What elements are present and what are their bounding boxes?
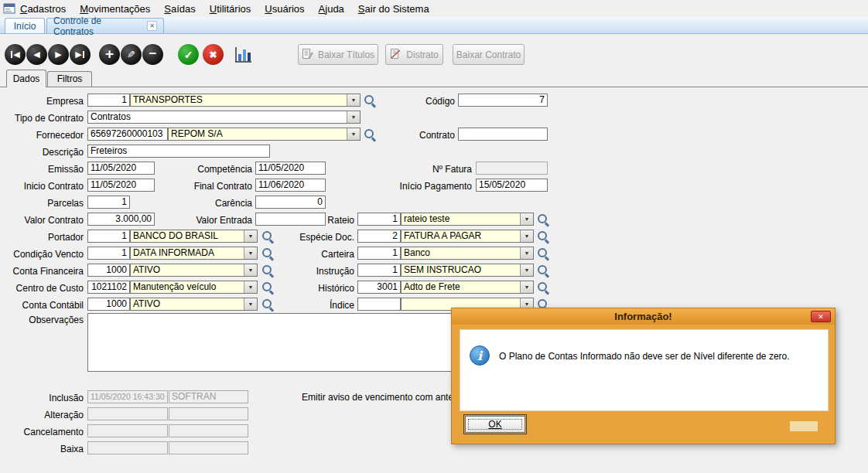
- empresa-dropdown-icon[interactable]: ▼: [347, 94, 360, 106]
- instrucao-search-icon[interactable]: [537, 264, 549, 277]
- centro-custo-combo[interactable]: Manutenção veículo ▼: [130, 281, 258, 294]
- distrato-icon: [390, 48, 402, 62]
- competencia-field[interactable]: 11/05/2020: [255, 162, 326, 175]
- tab-controle-label: Controle de Contratos: [53, 15, 142, 37]
- tab-strip: Início Controle de Contratos ✕: [0, 17, 868, 34]
- dialog-ok-button[interactable]: OK: [465, 416, 525, 433]
- fornecedor-code-field[interactable]: 65697260000103: [87, 128, 168, 141]
- distrato-button[interactable]: Distrato: [385, 44, 443, 65]
- final-contrato-field[interactable]: 11/06/2020: [255, 179, 326, 192]
- menu-movimentacoes[interactable]: Movimentações: [80, 3, 150, 15]
- confirm-button[interactable]: ✓: [178, 44, 199, 65]
- tipo-contrato-dropdown-icon[interactable]: ▼: [347, 111, 360, 123]
- especie-doc-combo[interactable]: FATURA A PAGAR ▼: [401, 230, 534, 243]
- condicao-vencto-code-field[interactable]: 1: [87, 247, 130, 260]
- historico-code-field[interactable]: 3001: [357, 281, 401, 294]
- portador-code-field[interactable]: 1: [87, 230, 130, 243]
- subtab-filtros[interactable]: Filtros: [47, 71, 92, 87]
- especie-doc-dropdown-icon[interactable]: ▼: [520, 230, 533, 242]
- fornecedor-value: REPOM S/A: [171, 128, 223, 139]
- conta-financeira-combo[interactable]: ATIVO ▼: [130, 264, 258, 277]
- chart-button[interactable]: [232, 44, 254, 66]
- tab-inicio[interactable]: Início: [5, 18, 45, 33]
- cancel-button[interactable]: ✖: [203, 44, 224, 65]
- dialog-close-button[interactable]: ✕: [811, 311, 831, 322]
- portador-combo[interactable]: BANCO DO BRASIL ▼: [130, 230, 258, 243]
- rateio-dropdown-icon[interactable]: ▼: [520, 213, 533, 225]
- carencia-field[interactable]: 0: [255, 196, 326, 209]
- conta-contabil-combo[interactable]: ATIVO ▼: [130, 298, 258, 311]
- carteira-code-field[interactable]: 1: [357, 247, 401, 260]
- fornecedor-dropdown-icon[interactable]: ▼: [347, 128, 360, 140]
- valor-contrato-label: Valor Contrato: [0, 214, 84, 226]
- especie-doc-code-field[interactable]: 2: [357, 230, 401, 243]
- conta-contabil-code-field[interactable]: 1000: [87, 298, 130, 311]
- tab-controle-de-contratos[interactable]: Controle de Contratos ✕: [46, 18, 164, 33]
- close-tab-icon[interactable]: ✕: [147, 21, 157, 31]
- rateio-code-field[interactable]: 1: [357, 213, 401, 226]
- nav-prev-button[interactable]: ◀: [26, 44, 47, 65]
- parcelas-field[interactable]: 1: [87, 196, 130, 209]
- conta-contabil-dropdown-icon[interactable]: ▼: [244, 298, 257, 310]
- indice-code-field[interactable]: [357, 298, 401, 311]
- instrucao-code-field[interactable]: 1: [357, 264, 401, 277]
- menu-cadastros[interactable]: Cadastros: [20, 3, 66, 15]
- centro-custo-code-field[interactable]: 1021102: [87, 281, 130, 294]
- inicio-pagamento-field[interactable]: 15/05/2020: [476, 179, 548, 192]
- carteira-search-icon[interactable]: [537, 247, 549, 260]
- contrato-field[interactable]: [458, 128, 548, 141]
- dialog-titlebar[interactable]: Informação! ✕: [452, 308, 835, 325]
- nav-last-button[interactable]: ▶: [70, 44, 91, 65]
- carteira-combo[interactable]: Banco ▼: [401, 247, 534, 260]
- centro-custo-dropdown-icon[interactable]: ▼: [244, 281, 257, 293]
- nav-next-button[interactable]: ▶: [48, 44, 69, 65]
- baixar-contrato-button[interactable]: Baixar Contrato: [453, 44, 525, 65]
- condicao-vencto-value: DATA INFORMADA: [133, 247, 214, 258]
- menu-utilitarios[interactable]: Utilitários: [210, 3, 251, 15]
- conta-financeira-dropdown-icon[interactable]: ▼: [244, 264, 257, 276]
- historico-dropdown-icon[interactable]: ▼: [520, 281, 533, 293]
- menu-sair-do-sistema[interactable]: Sair do Sistema: [358, 3, 429, 15]
- alteracao-datetime-field: [87, 407, 168, 420]
- emissao-field[interactable]: 11/05/2020: [87, 162, 155, 175]
- historico-combo[interactable]: Adto de Frete ▼: [401, 281, 534, 294]
- baixa-label: Baixa: [0, 443, 84, 455]
- rateio-value: rateio teste: [404, 213, 449, 224]
- condicao-vencto-combo[interactable]: DATA INFORMADA ▼: [130, 247, 258, 260]
- remove-record-button[interactable]: −: [142, 44, 163, 65]
- observacoes-label: Observações: [0, 314, 84, 326]
- menu-saidas[interactable]: Saídas: [164, 3, 195, 15]
- empresa-code-field[interactable]: 1: [87, 94, 130, 107]
- instrucao-dropdown-icon[interactable]: ▼: [520, 264, 533, 276]
- menu-ajuda[interactable]: Ajuda: [319, 3, 344, 15]
- condicao-vencto-dropdown-icon[interactable]: ▼: [244, 247, 257, 259]
- inicio-contrato-field[interactable]: 11/05/2020: [87, 179, 155, 192]
- pencil-icon: ✎: [127, 49, 135, 60]
- conta-financeira-code-field[interactable]: 1000: [87, 264, 130, 277]
- empresa-combo[interactable]: TRANSPORTES ▼: [130, 94, 361, 107]
- edit-record-button[interactable]: ✎: [121, 44, 142, 65]
- codigo-field[interactable]: 7: [458, 94, 548, 107]
- add-record-button[interactable]: +: [99, 44, 120, 65]
- distrato-label: Distrato: [406, 49, 438, 60]
- tipo-contrato-combo[interactable]: Contratos ▼: [87, 111, 361, 124]
- historico-search-icon[interactable]: [537, 281, 549, 294]
- descricao-label: Descrição: [0, 146, 84, 158]
- fornecedor-combo[interactable]: REPOM S/A ▼: [168, 128, 361, 141]
- nav-first-button[interactable]: ◀: [5, 44, 26, 65]
- baixar-titulos-button[interactable]: Baixar Títulos: [298, 44, 378, 65]
- rateio-combo[interactable]: rateio teste ▼: [401, 213, 534, 226]
- portador-dropdown-icon[interactable]: ▼: [244, 230, 257, 242]
- info-icon: i: [470, 345, 490, 366]
- baixa-user-field: [169, 441, 248, 454]
- condicao-vencto-label: Condição Vencto: [0, 248, 84, 260]
- menu-usuarios[interactable]: Usuários: [265, 3, 304, 15]
- subtab-dados[interactable]: Dados: [6, 70, 46, 87]
- descricao-field[interactable]: Freteiros: [87, 145, 270, 158]
- especie-doc-search-icon[interactable]: [537, 230, 549, 243]
- rateio-search-icon[interactable]: [537, 213, 549, 226]
- valor-contrato-field[interactable]: 3.000,00: [87, 213, 155, 226]
- competencia-label: Competência: [169, 163, 252, 175]
- carteira-dropdown-icon[interactable]: ▼: [520, 247, 533, 259]
- instrucao-combo[interactable]: SEM INSTRUCAO ▼: [401, 264, 534, 277]
